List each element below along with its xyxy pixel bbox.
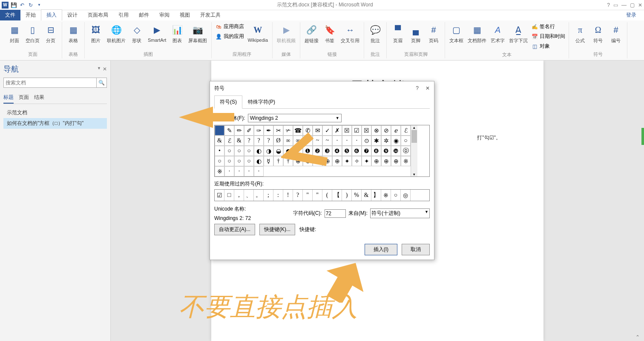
symbol-cell[interactable]: ○	[215, 156, 224, 166]
nav-close-icon[interactable]: ✕	[103, 66, 107, 72]
symbol-cell[interactable]: ✦	[362, 156, 371, 166]
redo-icon[interactable]: ↻	[27, 2, 34, 9]
nav-item[interactable]: 示范文档	[3, 107, 107, 118]
symbol-cell[interactable]: ○	[401, 136, 411, 146]
recent-symbol-cell[interactable]: ◎	[401, 190, 411, 201]
app-store-button[interactable]: 🛍应用商店	[214, 22, 245, 31]
login-link[interactable]: 登录	[623, 10, 640, 20]
symbol-cell[interactable]: ○	[234, 156, 244, 166]
recent-symbol-cell[interactable]: ○	[391, 190, 401, 201]
tab-home[interactable]: 开始	[20, 10, 41, 20]
symbol-cell[interactable]: ◑	[264, 146, 273, 156]
picture-button[interactable]: 🖼图片	[87, 22, 104, 45]
symbol-cell[interactable]: ·	[244, 166, 254, 176]
shortcut-button[interactable]: 快捷键(K)...	[259, 224, 295, 235]
recent-symbol-cell[interactable]: :	[273, 190, 283, 201]
symbol-cell[interactable]: ✦	[342, 156, 352, 166]
symbol-cell[interactable]: ⊘	[381, 125, 391, 136]
symbol-cell[interactable]: ○	[224, 146, 234, 156]
symbol-cell[interactable]: ※	[215, 166, 224, 176]
object-button[interactable]: ◫对象	[530, 42, 566, 51]
recent-symbol-cell[interactable]: "	[303, 190, 313, 201]
symbol-cell[interactable]: ☿	[264, 156, 273, 166]
insert-button[interactable]: 插入(I)	[365, 244, 397, 255]
symbol-cell[interactable]: ✑	[254, 125, 264, 136]
tab-ref[interactable]: 引用	[113, 10, 134, 20]
symbol-cell[interactable]: ⊕	[391, 156, 401, 166]
symbol-cell[interactable]: ·	[332, 136, 342, 146]
qat-dropdown-icon[interactable]: ▼	[36, 2, 43, 9]
recent-symbol-cell[interactable]: ※	[381, 190, 391, 201]
autocorrect-button[interactable]: 自动更正(A)...	[214, 224, 255, 235]
nav-tab-headings[interactable]: 标题	[3, 92, 14, 104]
symbol-cell[interactable]: ✏	[234, 125, 244, 136]
symbol-cell[interactable]: ✒	[264, 125, 273, 136]
symbol-cell[interactable]: ⊗	[371, 125, 381, 136]
dialog-help-icon[interactable]: ?	[416, 85, 419, 91]
scroll-indicator[interactable]	[641, 128, 644, 145]
wordart-button[interactable]: A艺术字	[489, 22, 506, 45]
dialog-close-icon[interactable]: ✕	[426, 85, 430, 91]
symbol-cell[interactable]: ❼	[362, 146, 371, 156]
symbol-cell[interactable]: ·	[254, 166, 264, 176]
recent-symbol-cell[interactable]: ;	[264, 190, 273, 201]
wikipedia-button[interactable]: WWikipedia	[246, 22, 270, 43]
nav-tab-pages[interactable]: 页面	[19, 92, 29, 104]
symbol-cell[interactable]: ?	[254, 136, 264, 146]
textbox-button[interactable]: ▢文本框	[448, 22, 465, 45]
symbol-cell[interactable]: ⊕	[332, 156, 342, 166]
recent-symbol-cell[interactable]: ?	[293, 190, 303, 201]
footer-button[interactable]: ▄页脚	[407, 22, 424, 45]
symbol-cell[interactable]: ❾	[381, 146, 391, 156]
symbol-cell[interactable]: ※	[401, 156, 411, 166]
symbol-cell[interactable]: ℯ	[391, 125, 401, 136]
recent-symbol-cell[interactable]: )	[342, 190, 352, 201]
symbol-cell[interactable]: ☒	[362, 125, 371, 136]
parts-button[interactable]: ▦文档部件	[466, 22, 488, 45]
symbol-cell[interactable]: ✗	[332, 125, 342, 136]
symbol-cell[interactable]: •	[215, 146, 224, 156]
symbol-cell[interactable]: ·	[234, 166, 244, 176]
symbol-cell[interactable]: ❹	[332, 146, 342, 156]
dropcap-button[interactable]: A̲首字下沉	[507, 22, 529, 45]
symbol-scrollbar[interactable]: ▴ ▾	[411, 125, 417, 176]
undo-icon[interactable]: ↶	[19, 2, 26, 9]
blank-page-button[interactable]: ▯空白页	[24, 22, 41, 45]
crossref-button[interactable]: ↔交叉引用	[339, 22, 361, 45]
symbol-cell[interactable]: ❻	[352, 146, 362, 156]
search-icon[interactable]: 🔍	[96, 78, 106, 87]
symbol-cell[interactable]: &	[234, 136, 244, 146]
online-picture-button[interactable]: 🌐联机图片	[105, 22, 127, 45]
symbol-cell[interactable]: ?	[244, 136, 254, 146]
symbol-cell[interactable]: ⊕	[381, 156, 391, 166]
symbol-cell[interactable]: ◐	[254, 156, 264, 166]
tab-file[interactable]: 文件	[0, 10, 20, 20]
symbol-cell[interactable]: ·	[342, 136, 352, 146]
recent-symbol-cell[interactable]: !	[283, 190, 293, 201]
recent-symbol-cell[interactable]: □	[224, 190, 234, 201]
comment-button[interactable]: 💬批注	[367, 22, 384, 45]
dialog-tab-special[interactable]: 特殊字符(P)	[242, 95, 281, 109]
recent-symbol-cell[interactable]: %	[352, 190, 362, 201]
equation-button[interactable]: π公式	[572, 22, 589, 45]
tab-layout[interactable]: 页面布局	[83, 10, 113, 20]
symbol-cell[interactable]: ◉	[391, 136, 401, 146]
font-select[interactable]: Wingdings 2▼	[248, 114, 342, 122]
recent-symbol-cell[interactable]: ,	[234, 190, 244, 201]
save-icon[interactable]: 💾	[10, 2, 17, 9]
symbol-cell[interactable]: ○	[224, 156, 234, 166]
symbol-cell[interactable]: ○	[244, 146, 254, 156]
nav-dropdown-icon[interactable]: ▼	[97, 66, 101, 72]
symbol-cell[interactable]: ✧	[352, 156, 362, 166]
symbol-cell[interactable]: ⊙	[362, 136, 371, 146]
maximize-icon[interactable]: ▢	[630, 2, 635, 8]
symbol-cell[interactable]: ☑	[352, 125, 362, 136]
tab-mail[interactable]: 邮件	[134, 10, 154, 20]
nav-search[interactable]: 🔍	[3, 78, 107, 88]
symbol-cell[interactable]: ❽	[371, 146, 381, 156]
symbol-cell[interactable]: ❿	[391, 146, 401, 156]
tab-design[interactable]: 设计	[62, 10, 83, 20]
recent-symbol-cell[interactable]: ☑	[215, 190, 224, 201]
shapes-button[interactable]: ◇形状	[128, 22, 145, 45]
recent-symbol-cell[interactable]: 、	[244, 190, 254, 201]
